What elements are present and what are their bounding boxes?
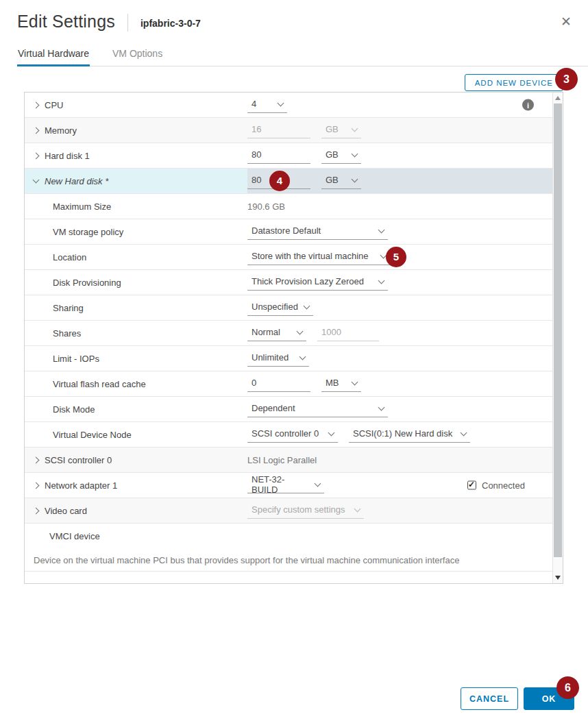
chevron-right-icon[interactable] — [33, 152, 40, 159]
readonly-value: LSI Logic Parallel — [247, 455, 317, 465]
scrollbar-thumb[interactable] — [554, 103, 562, 557]
chevron-down-icon — [328, 429, 335, 436]
select-value: NET-32-BUILD — [252, 474, 310, 495]
input-field[interactable]: 80 — [247, 147, 310, 164]
row-label: Location — [53, 252, 86, 262]
header-divider — [127, 14, 128, 32]
scrollbar[interactable] — [552, 93, 563, 583]
chevron-right-icon[interactable] — [33, 482, 40, 489]
select-scsi-controller-0[interactable]: SCSI controller 0 — [247, 426, 338, 443]
row-vm-storage-policy: VM storage policyDatastore Default — [25, 219, 552, 245]
select-normal[interactable]: Normal — [247, 325, 306, 341]
select-datastore-default[interactable]: Datastore Default — [247, 223, 388, 240]
select-store-with-the-virtual-machine[interactable]: Store with the virtual machine5 — [247, 249, 390, 265]
hardware-table: CPU4iMemory16GBHard disk 180GBNew Hard d… — [24, 92, 563, 584]
step-badge-6: 6 — [556, 676, 579, 699]
select-unlimited[interactable]: Unlimited — [247, 350, 309, 367]
row-virtual-flash-read-cache: Virtual flash read cache0MB — [25, 371, 552, 397]
select-thick-provision-lazy-zeroed[interactable]: Thick Provision Lazy Zeroed — [247, 274, 388, 291]
input-value: 16 — [252, 124, 261, 134]
select-gb[interactable]: GB — [321, 147, 361, 164]
row-network-adapter-1[interactable]: Network adapter 1NET-32-BUILDConnected — [25, 473, 552, 498]
scroll-up-arrow-icon[interactable] — [555, 96, 561, 100]
select-value: 4 — [252, 99, 256, 109]
chevron-right-icon[interactable] — [33, 127, 40, 134]
row-label: Disk Provisioning — [53, 278, 121, 288]
connected-checkbox[interactable] — [467, 481, 476, 490]
chevron-down-icon[interactable] — [33, 177, 40, 184]
dialog-header: Edit Settings ipfabric-3-0-7 ✕ — [0, 0, 588, 32]
row-controls: 80GB — [247, 147, 552, 164]
close-icon[interactable]: ✕ — [561, 15, 572, 28]
select-value: Datastore Default — [252, 225, 321, 236]
row-cpu[interactable]: CPU4i — [25, 93, 552, 118]
input-field[interactable]: 0 — [247, 376, 310, 392]
chevron-down-icon — [378, 277, 385, 284]
input-field: 16 — [247, 122, 310, 138]
row-label: New Hard disk * — [45, 176, 108, 186]
select-mb[interactable]: MB — [321, 376, 361, 392]
select-value: GB — [326, 124, 339, 134]
info-icon[interactable]: i — [522, 99, 534, 111]
chevron-down-icon — [378, 404, 385, 410]
add-new-device-button[interactable]: ADD NEW DEVICE — [465, 74, 563, 91]
row-label: VMCI device — [49, 531, 100, 541]
row-label: Virtual flash read cache — [53, 379, 146, 389]
row-label: Limit - IOPs — [53, 354, 99, 364]
input-value: 0 — [252, 378, 256, 388]
row-label-cell: CPU — [25, 93, 247, 117]
row-video-card[interactable]: Video cardSpecify custom settings — [25, 498, 552, 524]
row-hard-disk-1[interactable]: Hard disk 180GB — [25, 143, 552, 169]
row-controls: 0MB — [247, 376, 552, 392]
row-controls: 804GB — [247, 173, 552, 189]
row-controls: 4 — [247, 97, 552, 113]
row-label: VM storage policy — [53, 227, 123, 237]
row-label-cell: Location — [25, 245, 247, 269]
tab-vm-options[interactable]: VM Options — [112, 48, 163, 66]
select-value: Unspecified — [252, 302, 298, 312]
step-badge-3: 3 — [555, 68, 578, 90]
select-specify-custom-settings: Specify custom settings — [247, 502, 364, 519]
row-controls: Specify custom settings — [247, 502, 552, 519]
select-value: SCSI controller 0 — [252, 428, 319, 439]
chevron-right-icon[interactable] — [33, 507, 40, 514]
select-value: GB — [326, 149, 339, 160]
chevron-down-icon — [352, 175, 358, 182]
row-controls: Unspecified — [247, 299, 552, 316]
chevron-right-icon[interactable] — [33, 456, 40, 463]
select-value: Normal — [252, 327, 280, 337]
select-value: Unlimited — [252, 352, 289, 363]
row-label-cell: Virtual flash read cache — [25, 371, 247, 396]
row-disk-mode: Disk ModeDependent — [25, 397, 552, 422]
chevron-down-icon — [352, 150, 358, 157]
row-label-cell: Virtual Device Node — [25, 422, 247, 447]
select-gb[interactable]: GB — [321, 173, 361, 189]
row-label-cell: Network adapter 1 — [25, 473, 247, 498]
vm-name: ipfabric-3-0-7 — [140, 18, 201, 29]
select-gb: GB — [321, 122, 361, 138]
row-maximum-size: Maximum Size190.6 GB — [25, 194, 552, 219]
select-net-32-build[interactable]: NET-32-BUILD — [247, 477, 324, 493]
row-label: Memory — [45, 125, 77, 136]
chevron-down-icon — [461, 429, 467, 436]
chevron-right-icon[interactable] — [33, 101, 40, 108]
scroll-down-arrow-icon[interactable] — [555, 576, 561, 580]
tab-virtual-hardware[interactable]: Virtual Hardware — [17, 48, 90, 66]
select-value: Store with the virtual machine — [252, 251, 369, 261]
row-label-cell: New Hard disk * — [25, 169, 247, 193]
select-4[interactable]: 4 — [247, 97, 287, 113]
row-scsi-controller-0[interactable]: SCSI controller 0LSI Logic Parallel — [25, 448, 552, 473]
row-label: Network adapter 1 — [45, 480, 117, 491]
select-value: Thick Provision Lazy Zeroed — [252, 276, 364, 286]
row-new-hard-disk[interactable]: New Hard disk *804GB — [25, 169, 552, 194]
row-label: Hard disk 1 — [45, 151, 90, 161]
select-scsi-0-1-new-hard-disk[interactable]: SCSI(0:1) New Hard disk — [349, 426, 470, 443]
chevron-down-icon — [352, 378, 358, 385]
row-label-cell: Shares — [25, 321, 247, 345]
cancel-button[interactable]: CANCEL — [461, 687, 518, 710]
select-dependent[interactable]: Dependent — [247, 401, 388, 417]
row-label: Maximum Size — [53, 201, 111, 212]
input-field[interactable]: 804 — [247, 173, 310, 189]
row-memory[interactable]: Memory16GB — [25, 118, 552, 143]
select-unspecified[interactable]: Unspecified — [247, 299, 313, 316]
